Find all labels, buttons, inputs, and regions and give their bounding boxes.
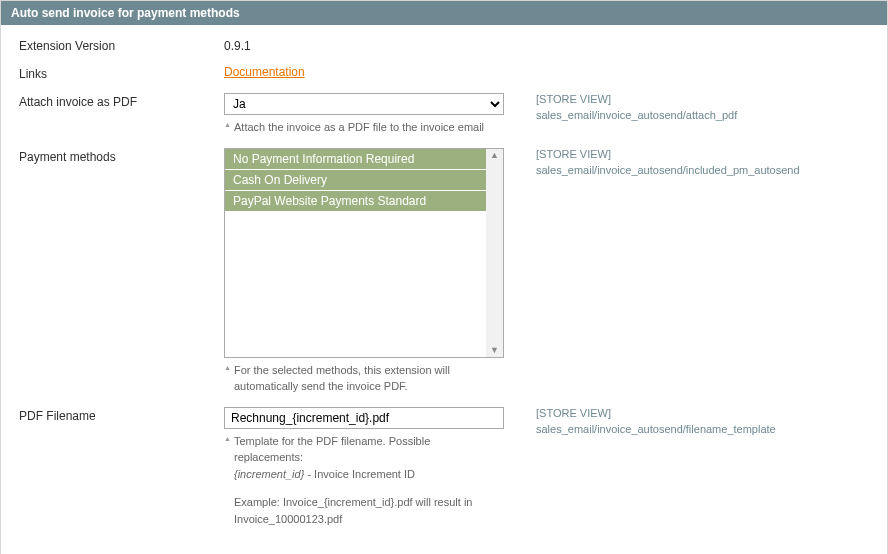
payment-method-option[interactable]: Cash On Delivery: [225, 170, 486, 191]
scope-pdf-filename: [STORE VIEW]: [536, 407, 869, 419]
path-attach-pdf: sales_email/invoice_autosend/attach_pdf: [536, 109, 869, 121]
label-attach-pdf: Attach invoice as PDF: [19, 93, 224, 109]
label-payment-methods: Payment methods: [19, 148, 224, 164]
row-pdf-filename: PDF Filename Template for the PDF filena…: [19, 407, 869, 528]
payment-methods-multiselect[interactable]: No Payment Information Required Cash On …: [224, 148, 504, 358]
row-extension-version: Extension Version 0.9.1: [19, 37, 869, 53]
row-links: Links Documentation: [19, 65, 869, 81]
label-extension-version: Extension Version: [19, 37, 224, 53]
panel-body: Extension Version 0.9.1 Links Documentat…: [1, 25, 887, 554]
hint-payment-methods: For the selected methods, this extension…: [224, 362, 514, 395]
row-payment-methods: Payment methods No Payment Information R…: [19, 148, 869, 395]
documentation-link[interactable]: Documentation: [224, 65, 305, 79]
row-attach-pdf: Attach invoice as PDF Ja Attach the invo…: [19, 93, 869, 136]
label-links: Links: [19, 65, 224, 81]
scope-attach-pdf: [STORE VIEW]: [536, 93, 869, 105]
multiselect-scrollbar[interactable]: ▲ ▼: [486, 149, 503, 357]
scope-payment-methods: [STORE VIEW]: [536, 148, 869, 160]
panel-title: Auto send invoice for payment methods: [1, 1, 887, 25]
path-payment-methods: sales_email/invoice_autosend/included_pm…: [536, 164, 869, 176]
scroll-down-icon[interactable]: ▼: [490, 346, 499, 355]
hint-pdf-filename: Template for the PDF filename. Possible …: [224, 433, 514, 528]
label-pdf-filename: PDF Filename: [19, 407, 224, 423]
value-extension-version: 0.9.1: [224, 37, 514, 53]
pdf-filename-input[interactable]: [224, 407, 504, 429]
path-pdf-filename: sales_email/invoice_autosend/filename_te…: [536, 423, 869, 435]
config-panel: Auto send invoice for payment methods Ex…: [0, 0, 888, 554]
payment-method-option[interactable]: PayPal Website Payments Standard: [225, 191, 486, 212]
scroll-up-icon[interactable]: ▲: [490, 151, 499, 160]
payment-method-option[interactable]: No Payment Information Required: [225, 149, 486, 170]
attach-pdf-select[interactable]: Ja: [224, 93, 504, 115]
hint-attach-pdf: Attach the invoice as a PDF file to the …: [224, 119, 514, 136]
